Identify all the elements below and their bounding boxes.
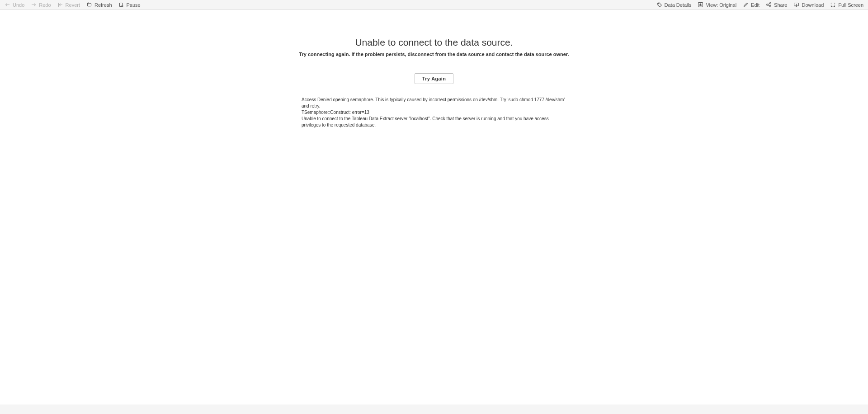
redo-arrow-icon [31,2,37,8]
download-icon [793,2,799,8]
download-button[interactable]: Download [793,2,824,8]
svg-point-5 [769,5,771,7]
toolbar-left-group: Undo Redo Revert Refresh Pause [5,2,141,8]
error-detail-line: TSemaphore::Construct: error=13 [302,109,566,116]
view-button[interactable]: View: Original [698,2,736,8]
main-content: Unable to connect to the data source. Tr… [0,10,868,404]
pause-button[interactable]: Pause [118,2,141,8]
undo-label: Undo [13,2,24,8]
edit-button[interactable]: Edit [743,2,760,8]
error-details: Access Denied opening semaphore. This is… [302,97,566,128]
revert-icon [57,2,63,8]
svg-rect-0 [119,3,123,6]
pause-icon [118,2,124,8]
refresh-button[interactable]: Refresh [86,2,112,8]
fullscreen-icon [830,2,836,8]
footer-bar [0,405,868,414]
revert-button[interactable]: Revert [57,2,80,8]
share-icon [766,2,772,8]
tag-icon [656,2,662,8]
view-label: View: Original [706,2,736,8]
refresh-label: Refresh [94,2,112,8]
full-screen-button[interactable]: Full Screen [830,2,863,8]
edit-label: Edit [751,2,760,8]
error-subtitle: Try connecting again. If the problem per… [299,52,569,57]
try-again-button[interactable]: Try Again [415,73,453,84]
error-detail-line: Access Denied opening semaphore. This is… [302,97,566,109]
revert-label: Revert [66,2,80,8]
redo-button[interactable]: Redo [31,2,51,8]
undo-arrow-icon [5,2,10,8]
error-detail-line: Unable to connect to the Tableau Data Ex… [302,116,566,128]
share-button[interactable]: Share [766,2,787,8]
full-screen-label: Full Screen [838,2,863,8]
error-title: Unable to connect to the data source. [355,37,513,48]
svg-point-3 [767,4,768,5]
redo-label: Redo [39,2,51,8]
svg-point-1 [658,3,659,4]
undo-button[interactable]: Undo [5,2,24,8]
data-details-label: Data Details [665,2,692,8]
pencil-icon [743,2,749,8]
toolbar-right-group: Data Details View: Original Edit Share D… [656,2,863,8]
svg-point-4 [769,3,771,4]
share-label: Share [774,2,787,8]
pause-label: Pause [127,2,141,8]
chart-icon [698,2,703,8]
download-label: Download [802,2,824,8]
top-toolbar: Undo Redo Revert Refresh Pause [0,0,868,10]
refresh-icon [86,2,92,8]
data-details-button[interactable]: Data Details [656,2,692,8]
